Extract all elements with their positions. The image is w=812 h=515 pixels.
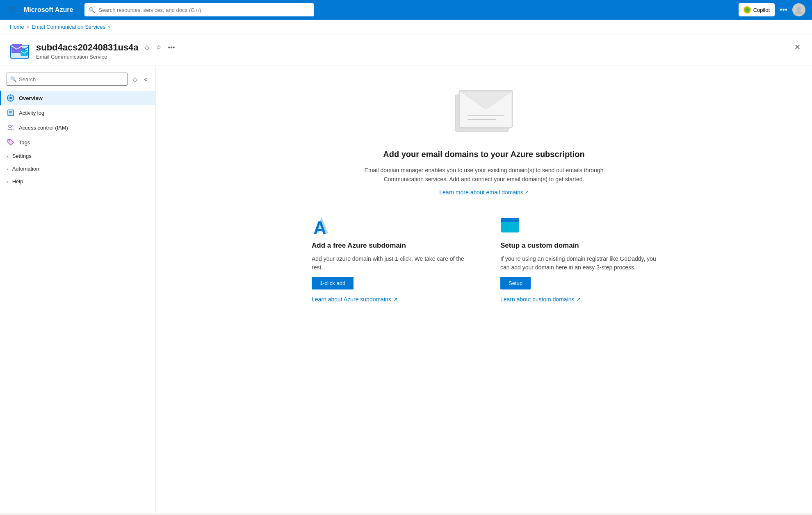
main-description: Email domain manager enables you to use …: [344, 166, 623, 184]
sidebar-search-container: 🔍 ◇ «: [7, 73, 149, 86]
sidebar-item-help[interactable]: › Help: [0, 175, 155, 188]
custom-domain-card: Setup a custom domain If you're using an…: [500, 215, 656, 303]
global-search-bar: 🔍: [84, 3, 314, 16]
page-header-left: subd4acs20240831us4a ◇ ☆ ••• Email Commu…: [10, 41, 176, 61]
overview-icon: [7, 94, 15, 102]
cards-row: A Add a free Azure subdomain Add your az…: [299, 215, 668, 303]
svg-point-2: [795, 11, 803, 14]
sidebar-activity-log-label: Activity log: [19, 110, 149, 116]
nav-right-actions: Copilot •••: [739, 3, 805, 16]
breadcrumb-service[interactable]: Email Communication Services: [32, 24, 105, 30]
svg-point-11: [9, 97, 12, 99]
sidebar-tags-label: Tags: [19, 139, 149, 146]
setup-button[interactable]: Setup: [500, 277, 531, 289]
custom-domain-card-title: Setup a custom domain: [500, 242, 656, 250]
activity-log-icon: [7, 109, 15, 117]
top-navigation: ☰ Microsoft Azure 🔍 Copilot •••: [0, 0, 812, 20]
copilot-button[interactable]: Copilot: [739, 3, 775, 16]
page-header: subd4acs20240831us4a ◇ ☆ ••• Email Commu…: [0, 34, 812, 66]
svg-point-0: [744, 6, 751, 14]
external-link-icon-2: ↗: [576, 296, 581, 303]
more-options-button[interactable]: •••: [778, 6, 789, 14]
sidebar-automation-label: Automation: [12, 166, 149, 172]
azure-subdomain-card: A Add a free Azure subdomain Add your az…: [312, 215, 468, 303]
svg-text:A: A: [313, 218, 326, 235]
copilot-icon: [744, 6, 751, 14]
learn-custom-domains-text: Learn about custom domains: [500, 296, 575, 303]
resource-name: subd4acs20240831us4a: [36, 42, 139, 53]
azure-subdomain-card-description: Add your azure domain with just 1-click.…: [312, 255, 468, 272]
sidebar-item-tags[interactable]: Tags: [0, 135, 155, 150]
search-bar-icon: 🔍: [89, 7, 95, 13]
sidebar-search-box: 🔍: [7, 73, 128, 86]
settings-chevron-icon: ›: [7, 154, 8, 159]
sidebar-help-label: Help: [12, 178, 149, 185]
sidebar-item-overview[interactable]: Overview: [0, 91, 155, 105]
breadcrumb-sep-2: >: [108, 25, 110, 30]
main-split: 🔍 ◇ « Overview: [0, 66, 812, 513]
title-actions: ◇ ☆ •••: [143, 42, 177, 53]
one-click-add-button[interactable]: 1-click add: [312, 277, 354, 289]
sidebar-item-automation[interactable]: › Automation: [0, 162, 155, 175]
sidebar-overview-label: Overview: [19, 95, 149, 101]
hamburger-menu-button[interactable]: ☰: [7, 5, 16, 16]
sidebar-item-access-control[interactable]: Access control (IAM): [0, 120, 155, 135]
service-icon: [10, 41, 30, 61]
learn-custom-domains-link[interactable]: Learn about custom domains ↗: [500, 296, 656, 303]
sidebar-collapse-button[interactable]: «: [142, 74, 149, 84]
page-title: subd4acs20240831us4a ◇ ☆ •••: [36, 42, 176, 53]
sidebar-access-control-label: Access control (IAM): [19, 125, 149, 131]
page-title-block: subd4acs20240831us4a ◇ ☆ ••• Email Commu…: [36, 42, 176, 60]
help-chevron-icon: ›: [7, 179, 8, 184]
copilot-label: Copilot: [753, 7, 770, 13]
sidebar-settings-label: Settings: [12, 153, 149, 159]
azure-subdomain-icon: A: [312, 215, 331, 235]
page-subtitle: Email Communication Service: [36, 54, 176, 60]
close-button[interactable]: ✕: [793, 41, 802, 53]
sidebar-pin-button[interactable]: ◇: [131, 74, 139, 85]
svg-point-19: [9, 140, 10, 141]
user-avatar[interactable]: [792, 3, 805, 16]
learn-more-link[interactable]: Learn more about email domains ↗: [439, 189, 529, 196]
more-actions-button[interactable]: •••: [167, 42, 177, 53]
breadcrumb-home[interactable]: Home: [10, 24, 24, 30]
main-heading: Add your email domains to your Azure sub…: [383, 150, 585, 159]
favorite-button[interactable]: ☆: [154, 42, 163, 53]
learn-azure-subdomains-text: Learn about Azure subdomains: [312, 296, 391, 303]
custom-domain-icon: [500, 215, 520, 235]
external-link-icon-1: ↗: [393, 296, 398, 303]
global-search-input[interactable]: [98, 7, 310, 13]
svg-point-17: [9, 125, 11, 128]
sidebar-item-activity-log[interactable]: Activity log: [0, 105, 155, 120]
sidebar-search-icon: 🔍: [10, 76, 16, 82]
custom-domain-card-description: If you're using an existing domain regis…: [500, 255, 656, 272]
svg-rect-37: [501, 221, 519, 222]
svg-point-1: [797, 7, 801, 11]
azure-subdomain-card-title: Add a free Azure subdomain: [312, 242, 468, 250]
content-area: Add your email domains to your Azure sub…: [156, 66, 812, 513]
pin-button[interactable]: ◇: [143, 42, 151, 53]
sidebar: 🔍 ◇ « Overview: [0, 66, 156, 513]
avatar-icon: [794, 5, 803, 14]
app-title: Microsoft Azure: [24, 6, 73, 14]
email-service-svg-icon: [10, 41, 30, 61]
access-control-icon: [7, 123, 15, 132]
sidebar-item-settings[interactable]: › Settings: [0, 150, 155, 162]
learn-azure-subdomains-link[interactable]: Learn about Azure subdomains ↗: [312, 296, 468, 303]
svg-rect-8: [21, 50, 28, 56]
breadcrumb-sep-1: >: [27, 25, 29, 30]
svg-point-18: [11, 125, 13, 127]
page-container: subd4acs20240831us4a ◇ ☆ ••• Email Commu…: [0, 34, 812, 513]
automation-chevron-icon: ›: [7, 166, 8, 171]
envelope-illustration: [447, 82, 521, 140]
breadcrumb: Home > Email Communication Services >: [0, 20, 812, 34]
learn-more-text: Learn more about email domains: [439, 189, 523, 196]
tags-icon: [7, 138, 15, 146]
sidebar-search-input[interactable]: [19, 76, 124, 82]
external-link-icon: ↗: [525, 189, 529, 195]
